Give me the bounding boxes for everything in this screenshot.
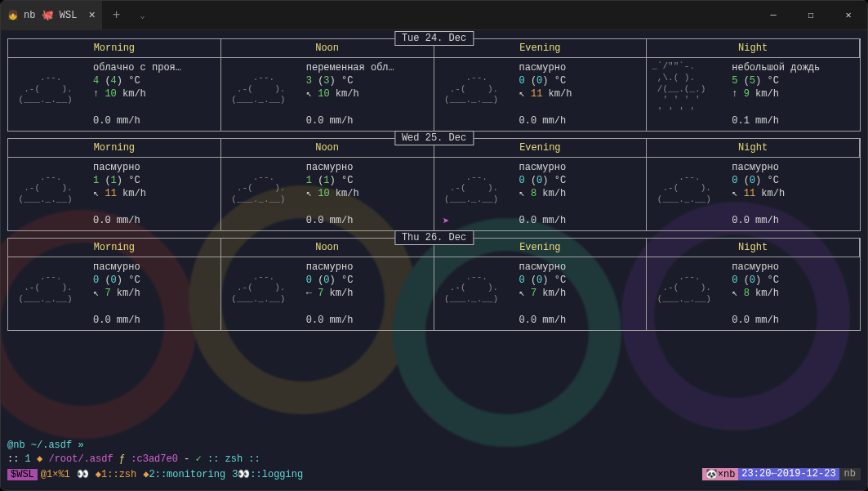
temp-value: 0 <box>519 75 525 87</box>
precip-value: 0.0 mm/h <box>732 315 779 326</box>
weather-data: пасмурно0 (0) °C↖ 8 km/h 0.0 mm/h <box>519 161 642 227</box>
tab-dropdown-button[interactable]: ⌄ <box>130 11 154 20</box>
new-tab-button[interactable]: + <box>103 8 131 23</box>
precip-value: 0.1 mm/h <box>732 115 779 127</box>
cloud-icon: .--. .-( ). (___._.__) <box>226 61 300 127</box>
shell-prompt: @nb ~/.asdf » <box>7 440 861 451</box>
weather-cell: .--. .-( ). (___._.__) пасмурно0 (0) °C↖… <box>647 257 860 330</box>
host-segment: 🐼×nb <box>702 468 739 480</box>
close-tab-icon[interactable]: × <box>88 9 95 22</box>
period-header: Morning <box>8 139 221 158</box>
cloud-icon: .--. .-( ). (___._.__) <box>439 261 513 327</box>
wind-dir-icon: ↑ <box>93 88 99 100</box>
condition-text: пасмурно <box>732 161 855 174</box>
temp-value: 0 <box>732 275 737 286</box>
wsl-segment: $WSL <box>7 469 38 480</box>
prompt-symbol: » <box>78 440 83 451</box>
weather-data: пасмурно1 (1) °C↖ 11 km/h 0.0 mm/h <box>93 161 216 227</box>
weather-data: небольшой дождь5 (5) °C↑ 9 km/h 0.1 mm/h <box>732 61 855 127</box>
precip-value: 0.0 mm/h <box>732 215 779 226</box>
wind-dir-icon: ↖ <box>519 188 525 199</box>
titlebar: 👧 nb 🐙 WSL × + ⌄ — ☐ ✕ <box>1 1 867 30</box>
tmux-status-bar: $WSL @1×%1 👀 ◆1::zsh ◆2::monitoring 3👀::… <box>7 468 861 480</box>
eyes-icon: 👀 <box>73 468 92 480</box>
weather-day: Wed 25. DecMorningNoonEveningNight .--. … <box>7 138 861 231</box>
day-table: MorningNoonEveningNight .--. .-( ). (___… <box>7 138 861 231</box>
condition-text: пасмурно <box>519 261 642 274</box>
terminal-tab[interactable]: 👧 nb 🐙 WSL × <box>1 1 103 30</box>
precip-value: 0.0 mm/h <box>93 115 140 127</box>
wind-dir-icon: ↖ <box>93 188 99 199</box>
condition-text: небольшой дождь <box>732 61 855 74</box>
weather-cell: .--. .-( ). (___._.__) пасмурно1 (1) °C↖… <box>221 158 434 230</box>
tmux-window-2[interactable]: 2::monitoring <box>149 469 226 480</box>
wind-value: 7 <box>105 288 110 299</box>
wind-dir-icon: ↖ <box>732 288 737 299</box>
wind-dir-icon: ↑ <box>732 88 737 100</box>
rain-icon: _`/""`-. ,\.( ). /(__.(_.) ' ' ' ' ' ' '… <box>652 61 725 127</box>
precip-value: 0.0 mm/h <box>519 115 567 127</box>
condition-text: облачно с проя… <box>93 61 216 74</box>
wind-dir-icon: ↖ <box>306 88 312 100</box>
wind-value: 10 <box>318 188 329 199</box>
precip-value: 0.0 mm/h <box>93 215 140 226</box>
minimize-button[interactable]: — <box>754 1 792 29</box>
cloud-icon: .--. .-( ). (___._.__) <box>439 161 513 227</box>
cloud-icon: .--. .-( ). (___._.__) <box>13 61 87 127</box>
weather-cell: .--. .-( ). (___._.__) пасмурно0 (0) °C←… <box>221 257 434 330</box>
date-label: Thu 26. Dec <box>394 230 474 245</box>
weather-data: пасмурно0 (0) °C↖ 7 km/h 0.0 mm/h <box>93 261 216 327</box>
weather-data: пасмурно0 (0) °C↖ 11 km/h 0.0 mm/h <box>732 161 855 227</box>
temp-value: 5 <box>732 75 737 87</box>
condition-text: пасмурно <box>519 61 642 74</box>
close-window-button[interactable]: ✕ <box>830 1 867 29</box>
condition-text: пасмурно <box>306 261 429 274</box>
wind-value: 11 <box>105 188 116 199</box>
wind-value: 11 <box>744 188 755 199</box>
temp-value: 0 <box>519 175 525 186</box>
maximize-button[interactable]: ☐ <box>792 1 830 29</box>
wind-dir-icon: ↖ <box>519 88 525 100</box>
tmux-window-1[interactable]: 1::zsh <box>101 469 136 480</box>
period-header: Night <box>647 239 860 257</box>
period-header: Night <box>647 39 860 58</box>
period-header: Morning <box>8 39 221 58</box>
date-label: Wed 25. Dec <box>394 131 474 145</box>
precip-value: 0.0 mm/h <box>306 315 354 326</box>
session-segment: @1×%1 <box>38 469 73 480</box>
weather-cell: .--. .-( ). (___._.__) переменная обл…3 … <box>221 58 434 131</box>
weather-cell: _`/""`-. ,\.( ). /(__.(_.) ' ' ' ' ' ' '… <box>647 58 860 131</box>
datetime-segment: 23:20←2019-12-23 <box>738 468 839 480</box>
precip-value: 0.0 mm/h <box>306 215 354 226</box>
cloud-icon: .--. .-( ). (___._.__) <box>439 61 513 127</box>
cloud-icon: .--. .-( ). (___._.__) <box>226 161 300 227</box>
terminal-viewport[interactable]: Tue 24. DecMorningNoonEveningNight .--. … <box>1 30 867 490</box>
weather-day: Tue 24. DecMorningNoonEveningNight .--. … <box>7 38 861 132</box>
wind-value: 10 <box>105 88 116 100</box>
condition-text: пасмурно <box>93 261 216 274</box>
day-table: MorningNoonEveningNight .--. .-( ). (___… <box>7 238 861 331</box>
period-header: Night <box>647 139 860 158</box>
temp-value: 4 <box>93 75 99 87</box>
weather-cell: .--. .-( ). (___._.__) пасмурно0 (0) °C↖… <box>647 158 860 230</box>
precip-value: 0.0 mm/h <box>93 315 140 326</box>
weather-data: пасмурно0 (0) °C↖ 7 km/h 0.0 mm/h <box>519 261 642 327</box>
precip-value: 0.0 mm/h <box>306 115 354 127</box>
date-label: Tue 24. Dec <box>394 31 474 46</box>
wind-value: 8 <box>744 288 750 299</box>
prompt-path: ~/.asdf <box>31 440 72 451</box>
temp-value: 0 <box>732 175 737 186</box>
precip-value: 0.0 mm/h <box>519 315 567 326</box>
cloud-icon: .--. .-( ). (___._.__) <box>652 261 725 327</box>
wind-dir-icon: ← <box>306 288 312 299</box>
weather-cell: .--. .-( ). (___._.__) пасмурно1 (1) °C↖… <box>8 158 221 230</box>
temp-value: 1 <box>93 175 99 186</box>
tmux-window-3[interactable]: 3👀::logging <box>229 468 306 480</box>
condition-text: пасмурно <box>519 161 642 174</box>
condition-text: пасмурно <box>732 261 855 274</box>
weather-data: пасмурно0 (0) °C← 7 km/h 0.0 mm/h <box>306 261 429 327</box>
weather-cell: .--. .-( ). (___._.__) пасмурно0 (0) °C↖… <box>434 257 648 330</box>
temp-value: 1 <box>306 175 312 186</box>
precip-value: 0.0 mm/h <box>519 215 567 226</box>
temp-value: 0 <box>93 275 99 286</box>
